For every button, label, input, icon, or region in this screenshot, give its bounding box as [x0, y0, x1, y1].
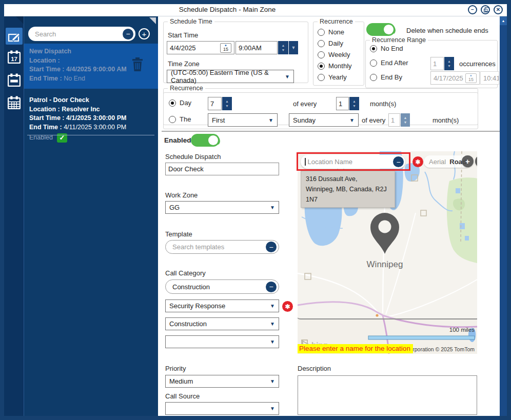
radio-label: Day — [180, 99, 191, 107]
spinner-down-icon: ▼ — [404, 120, 407, 125]
chevron-down-icon: ▼ — [270, 378, 275, 384]
minimize-icon: − — [471, 7, 474, 12]
recurrence-none-radio[interactable]: None — [318, 28, 344, 36]
dispatch-search: − — [28, 27, 135, 41]
list-item-new-dispatch[interactable]: New Dispatch Location : Start Time : 4/4… — [24, 44, 158, 89]
start-time-field[interactable]: 9:00AM — [235, 41, 278, 54]
toggle-knob — [208, 135, 218, 145]
panel-corner-icon[interactable] — [149, 17, 156, 24]
calendar-picker-icon[interactable]: 15 — [220, 43, 231, 53]
occurrences-label: occurrences — [459, 60, 496, 68]
calendar-picker-icon[interactable]: 15 — [465, 73, 477, 83]
day-number-value: 7 — [210, 100, 214, 108]
window-title: Schedule Dispatch - Main Zone — [4, 6, 507, 13]
end-by-date-field[interactable]: 4/17/2025 15 — [430, 71, 480, 85]
day-radio[interactable]: Day — [169, 99, 191, 107]
occurrences-spinner[interactable]: ▲ ▼ — [444, 57, 454, 70]
recurrence-weekly-radio[interactable]: Weekly — [318, 51, 350, 58]
list-item-patrol-door-check[interactable]: Patrol - Door Check Location : Resolver … — [24, 92, 158, 134]
enabled-toggle[interactable] — [191, 134, 220, 147]
aerial-view-button[interactable]: Aerial — [429, 158, 446, 166]
scroll-up-button[interactable]: ▲ — [500, 16, 507, 25]
map-city-label: Winnipeg — [367, 259, 403, 269]
calendar-day-icon: 17 — [7, 50, 21, 64]
time-spinner[interactable]: ▲ ▼ — [278, 41, 288, 54]
month-interval-spinner-2[interactable]: ▲ ▼ — [401, 113, 410, 127]
recurrence-daily-radio[interactable]: Daily — [318, 39, 343, 47]
weekday-dropdown[interactable]: Sunday ▼ — [289, 113, 359, 127]
sidebar-item-calendar-month[interactable] — [6, 94, 23, 111]
no-end-radio[interactable]: No End — [370, 45, 403, 52]
ordinal-dropdown[interactable]: First ▼ — [208, 113, 278, 127]
radio-label: Daily — [328, 39, 343, 47]
end-by-time-field[interactable]: 10:41AM — [480, 71, 499, 85]
dispatch-search-input[interactable] — [35, 30, 123, 38]
minimize-button[interactable]: − — [468, 5, 477, 14]
day-number-field[interactable]: 7 — [208, 97, 222, 110]
calendar-month-icon — [7, 96, 21, 110]
occurrences-field[interactable]: 1 — [430, 57, 444, 70]
location-map[interactable]: 100 miles bing ft Corporation © 2025 Tom… — [298, 151, 477, 354]
call-type-dropdown-1[interactable]: Security Response ▼ — [165, 299, 279, 312]
end-by-radio[interactable]: End By — [370, 73, 402, 81]
month-interval-spinner[interactable]: ▲ ▼ — [349, 97, 359, 110]
view-icon-strip: 17 — [4, 16, 24, 416]
delete-when-ends-label: Delete when schedule ends — [406, 27, 488, 34]
template-search-input[interactable] — [172, 243, 266, 251]
delete-when-ends-toggle[interactable] — [366, 23, 395, 36]
work-zone-dropdown[interactable]: GG ▼ — [165, 201, 279, 214]
description-textarea[interactable] — [298, 375, 477, 415]
call-type-dropdown-2[interactable]: Construction ▼ — [165, 317, 279, 330]
sidebar-item-edit-dispatch[interactable] — [6, 28, 23, 45]
restore-icon — [484, 9, 487, 12]
sidebar-item-calendar-week[interactable] — [6, 72, 23, 89]
add-dispatch-button[interactable]: + — [139, 28, 150, 39]
month-interval-field[interactable]: 1 — [336, 97, 349, 110]
call-type-dropdown-3[interactable]: ▼ — [165, 335, 279, 348]
restore-button[interactable] — [481, 5, 490, 14]
priority-dropdown[interactable]: Medium ▼ — [165, 375, 279, 388]
dispatch-list-panel: 17 — [4, 16, 158, 416]
vertical-scrollbar[interactable]: ▲ — [500, 16, 507, 416]
call-source-dropdown[interactable]: ▼ — [165, 402, 279, 415]
spinner-down-icon: ▼ — [282, 48, 285, 52]
plus-icon: + — [142, 30, 147, 38]
spinner-up-icon: ▲ — [225, 99, 229, 104]
time-zone-dropdown[interactable]: (UTC-05:00) Eastern Time (US & Canada) ▼ — [167, 70, 294, 83]
collapse-corner-icon[interactable] — [16, 16, 24, 24]
months-label: month(s) — [370, 100, 396, 108]
close-button[interactable]: ✕ — [494, 5, 503, 14]
spinner-up-icon: ▲ — [447, 59, 451, 64]
monthly-recurrence-legend: Recurrence — [168, 85, 205, 92]
schedule-dispatch-input[interactable] — [168, 165, 276, 173]
radio-label: End After — [381, 59, 408, 67]
spinner-down-icon: ▼ — [447, 64, 451, 68]
location-name-input[interactable] — [308, 158, 394, 166]
month-interval-field-2[interactable]: 1 — [388, 113, 400, 127]
start-date-field[interactable]: 4/4/2025 15 — [167, 41, 234, 54]
radio-label: End By — [381, 73, 402, 81]
sidebar-item-calendar-day[interactable]: 17 — [6, 49, 23, 66]
recurrence-monthly-radio[interactable]: Monthly — [318, 62, 352, 70]
recurrence-yearly-radio[interactable]: Yearly — [318, 73, 347, 81]
zoom-in-button[interactable]: + — [462, 155, 474, 167]
calendar-day-number: 17 — [11, 56, 17, 62]
time-dropdown-button[interactable]: ▼ — [289, 41, 298, 54]
day-number-spinner[interactable]: ▲ ▼ — [222, 97, 232, 110]
clear-search-icon[interactable]: − — [123, 29, 133, 39]
scrollbar-thumb[interactable] — [500, 25, 507, 416]
radio-label: Weekly — [328, 51, 350, 58]
the-radio[interactable]: The — [169, 115, 191, 123]
delete-dispatch-icon[interactable] — [131, 57, 144, 72]
months-label: month(s) — [433, 116, 459, 124]
clear-template-icon[interactable]: − — [266, 242, 277, 252]
clear-location-icon[interactable]: − — [393, 156, 404, 167]
end-by-date-value: 4/17/2025 — [434, 74, 463, 82]
call-category-input[interactable] — [172, 283, 266, 291]
spinner-down-icon: ▼ — [225, 104, 229, 108]
calendar-day-text: 15 — [223, 47, 228, 52]
description-label: Description — [298, 365, 331, 372]
clear-call-category-icon[interactable]: − — [266, 282, 277, 292]
location-name-field: − — [301, 155, 405, 169]
end-after-radio[interactable]: End After — [370, 59, 408, 67]
